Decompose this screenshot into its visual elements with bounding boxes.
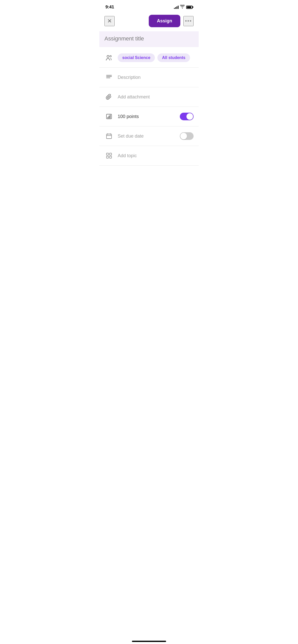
attachment-label: Add attachment: [118, 94, 150, 100]
points-toggle-container: [180, 113, 194, 120]
assign-to-tags: social Science All students: [118, 53, 194, 62]
due-date-toggle[interactable]: [180, 132, 194, 140]
status-time: 9:41: [105, 5, 114, 10]
topic-content: Add topic: [118, 153, 194, 158]
title-section: [99, 31, 199, 47]
toolbar-right: Assign •••: [149, 15, 194, 27]
points-row: 100 points: [99, 107, 199, 126]
status-bar: 9:41: [99, 0, 199, 13]
topic-icon: [104, 151, 114, 160]
social-science-tag[interactable]: social Science: [118, 53, 155, 62]
svg-point-0: [107, 55, 109, 57]
toolbar: ✕ Assign •••: [99, 13, 199, 31]
calendar-icon: [104, 131, 114, 141]
svg-point-1: [110, 55, 111, 57]
points-label: 100 points: [118, 114, 139, 119]
assign-button[interactable]: Assign: [149, 15, 180, 27]
due-date-label: Set due date: [118, 134, 144, 139]
svg-rect-13: [106, 153, 109, 155]
close-button[interactable]: ✕: [104, 16, 115, 26]
topic-label: Add topic: [118, 153, 137, 158]
description-content: Description: [118, 75, 194, 80]
points-icon: [104, 112, 114, 121]
close-icon: ✕: [107, 18, 112, 24]
signal-icon: [174, 5, 179, 9]
svg-rect-6: [107, 117, 108, 118]
description-label: Description: [118, 75, 141, 80]
svg-rect-8: [110, 115, 111, 118]
svg-rect-16: [110, 156, 112, 158]
svg-rect-15: [106, 156, 109, 158]
svg-rect-7: [109, 116, 110, 118]
battery-icon: [186, 6, 193, 9]
add-attachment-row[interactable]: Add attachment: [99, 87, 199, 107]
due-date-content: Set due date: [118, 134, 180, 139]
description-row[interactable]: Description: [99, 68, 199, 87]
assignment-title-input[interactable]: [104, 35, 194, 42]
due-date-row: Set due date: [99, 126, 199, 146]
due-date-toggle-container: [180, 132, 194, 140]
points-toggle[interactable]: [180, 113, 194, 120]
attachment-content: Add attachment: [118, 94, 194, 100]
add-topic-row[interactable]: Add topic: [99, 146, 199, 166]
wifi-icon: [180, 5, 185, 9]
svg-rect-9: [106, 134, 112, 139]
all-students-tag[interactable]: All students: [157, 53, 190, 62]
description-icon: [104, 73, 114, 82]
svg-rect-14: [110, 153, 112, 155]
assign-to-row: social Science All students: [99, 48, 199, 68]
points-content: 100 points: [118, 114, 180, 119]
more-button[interactable]: •••: [183, 16, 194, 26]
attachment-icon: [104, 92, 114, 101]
assign-to-icon: [104, 53, 114, 62]
status-icons: [174, 5, 193, 9]
